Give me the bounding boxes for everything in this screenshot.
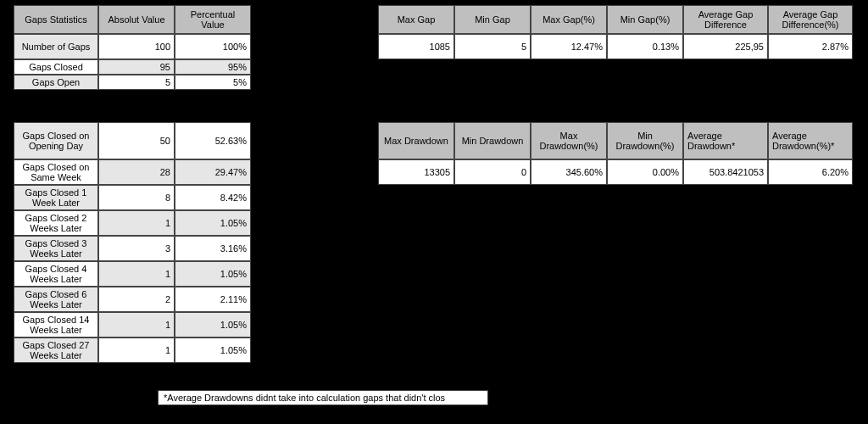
row-27-weeks: Gaps Closed 27 Weeks Later <box>14 338 98 363</box>
val-min-gap: 5 <box>454 34 531 59</box>
val-avg-dd: 503.8421053 <box>683 159 768 185</box>
val-max-gap-pct: 12.47% <box>531 34 607 59</box>
row-6-weeks: Gaps Closed 6 Weeks Later <box>14 287 98 312</box>
val: 1.05% <box>175 312 251 338</box>
val: 5 <box>98 75 175 90</box>
val: 3 <box>98 236 175 261</box>
row-number-of-gaps: Number of Gaps <box>14 34 98 59</box>
col-gaps-statistics: Gaps Statistics <box>14 5 98 34</box>
row-14-weeks: Gaps Closed 14 Weeks Later <box>14 312 98 338</box>
col-min-dd: Min Drawdown <box>454 122 531 159</box>
val-avg-dd-pct: 6.20% <box>768 159 853 185</box>
val: 1.05% <box>175 261 251 287</box>
val-min-dd-pct: 0.00% <box>607 159 683 185</box>
col-max-gap: Max Gap <box>378 5 454 34</box>
footnote: *Average Drawdowns didnt take into calcu… <box>158 390 488 405</box>
val: 28 <box>98 159 175 185</box>
col-max-dd-pct: Max Drawdown(%) <box>531 122 607 159</box>
spreadsheet: Gaps Statistics Absolut Value Percentual… <box>0 0 868 424</box>
val: 100% <box>175 34 251 59</box>
val: 5% <box>175 75 251 90</box>
row-gaps-open: Gaps Open <box>14 75 98 90</box>
val: 3.16% <box>175 236 251 261</box>
val: 29.47% <box>175 159 251 185</box>
val-min-gap-pct: 0.13% <box>607 34 683 59</box>
val: 1 <box>98 312 175 338</box>
col-max-gap-pct: Max Gap(%) <box>531 5 607 34</box>
val: 50 <box>98 122 175 159</box>
val: 8 <box>98 185 175 210</box>
col-min-dd-pct: Min Drawdown(%) <box>607 122 683 159</box>
col-percentual-value: Percentual Value <box>175 5 251 34</box>
col-absolut-value: Absolut Value <box>98 5 175 34</box>
val: 2 <box>98 287 175 312</box>
val: 52.63% <box>175 122 251 159</box>
row-2-weeks: Gaps Closed 2 Weeks Later <box>14 210 98 236</box>
val: 1 <box>98 338 175 363</box>
col-min-gap: Min Gap <box>454 5 531 34</box>
col-avg-gap-diff-pct: Average Gap Difference(%) <box>768 5 853 34</box>
val: 100 <box>98 34 175 59</box>
val: 1 <box>98 261 175 287</box>
row-4-weeks: Gaps Closed 4 Weeks Later <box>14 261 98 287</box>
val: 1 <box>98 210 175 236</box>
col-avg-dd-pct: Average Drawdown(%)* <box>768 122 853 159</box>
val-max-gap: 1085 <box>378 34 454 59</box>
val: 95% <box>175 59 251 75</box>
row-same-week: Gaps Closed on Same Week <box>14 159 98 185</box>
col-max-dd: Max Drawdown <box>378 122 454 159</box>
row-1-week: Gaps Closed 1 Week Later <box>14 185 98 210</box>
row-gaps-closed: Gaps Closed <box>14 59 98 75</box>
val: 2.11% <box>175 287 251 312</box>
val-avg-gap-diff: 225,95 <box>683 34 768 59</box>
val-avg-gap-diff-pct: 2.87% <box>768 34 853 59</box>
col-avg-gap-diff: Average Gap Difference <box>683 5 768 34</box>
val: 95 <box>98 59 175 75</box>
row-3-weeks: Gaps Closed 3 Weeks Later <box>14 236 98 261</box>
val-max-dd-pct: 345.60% <box>531 159 607 185</box>
val: 8.42% <box>175 185 251 210</box>
val: 1.05% <box>175 338 251 363</box>
row-opening-day: Gaps Closed on Opening Day <box>14 122 98 159</box>
col-min-gap-pct: Min Gap(%) <box>607 5 683 34</box>
val-min-dd: 0 <box>454 159 531 185</box>
col-avg-dd: Average Drawdown* <box>683 122 768 159</box>
val-max-dd: 13305 <box>378 159 454 185</box>
val: 1.05% <box>175 210 251 236</box>
